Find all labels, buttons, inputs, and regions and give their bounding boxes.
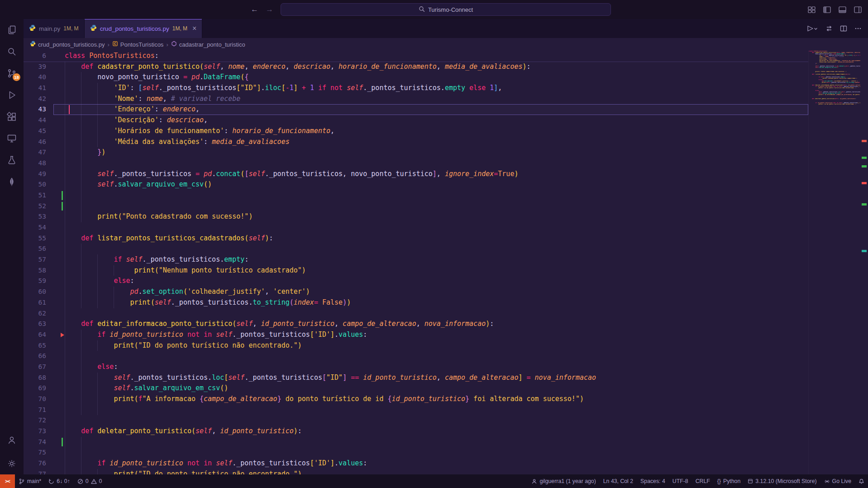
nav-back-icon[interactable]: ←: [251, 5, 258, 14]
overview-mark: [862, 182, 867, 184]
code-line[interactable]: 76 if id_ponto_turistico not in self._po…: [24, 458, 808, 469]
code-line[interactable]: 67 else:: [24, 362, 808, 373]
mongodb-icon[interactable]: [0, 171, 24, 193]
nav-forward-icon[interactable]: →: [266, 5, 273, 14]
title-bar: ← → Turismo-Connect: [0, 0, 868, 19]
explorer-icon[interactable]: [0, 19, 24, 41]
customize-layout-icon[interactable]: [808, 6, 816, 13]
code-line[interactable]: 73 def deletar_ponto_turistico(self, id_…: [24, 426, 808, 437]
search-icon: [419, 6, 425, 14]
remote-indicator[interactable]: ><: [0, 474, 15, 488]
tab-close-icon[interactable]: ×: [192, 25, 196, 32]
source-control-icon[interactable]: 18: [0, 62, 24, 84]
breadcrumb-file[interactable]: crud_pontos_turisticos.py: [30, 41, 105, 48]
code-line[interactable]: 69 self.salvar_arquivo_em_csv(): [24, 383, 808, 394]
overview-ruler[interactable]: [860, 51, 868, 474]
breadcrumb-class[interactable]: PontosTuristicos: [112, 41, 164, 48]
tab-label: crud_pontos_turisticos.py: [100, 25, 169, 32]
blame-item[interactable]: gilguerra1 (1 year ago): [528, 474, 599, 488]
go-live-item[interactable]: Go Live: [820, 474, 855, 488]
code-line[interactable]: 53 print("Ponto cadastrado com sucesso!"…: [24, 211, 808, 222]
python-interpreter-item[interactable]: 3.12.10 (Microsoft Store): [744, 474, 820, 488]
testing-icon[interactable]: [0, 149, 24, 171]
code-line[interactable]: 50 self.salvar_arquivo_em_csv(): [24, 179, 808, 190]
tab-main-py[interactable]: main.py 1M, M: [24, 19, 85, 38]
cursor-position-item[interactable]: Ln 43, Col 2: [600, 474, 637, 488]
breadcrumb-separator: ›: [107, 41, 109, 48]
code-line[interactable]: 49 self._pontos_turisticos = pd.concat([…: [24, 169, 808, 180]
code-line[interactable]: 41 'ID': [self._pontos_turisticos["ID"].…: [24, 83, 808, 94]
indentation-item[interactable]: Spaces: 4: [637, 474, 669, 488]
code-line[interactable]: 64 if id_ponto_turistico not in self._po…: [24, 330, 808, 340]
code-line[interactable]: 60 pd.set_option('colheader_justify', 'c…: [24, 287, 808, 297]
git-sync-item[interactable]: 6↓ 0↑: [45, 474, 73, 488]
git-branch-item[interactable]: main*: [15, 474, 45, 488]
code-line[interactable]: 44 'Descrição': descricao,: [24, 115, 808, 126]
code-line[interactable]: 70 print(f"A informacao {campo_de_altera…: [24, 394, 808, 405]
code-line[interactable]: 55 def listar_pontos_turisticos_cadastra…: [24, 233, 808, 244]
code-line[interactable]: 52: [24, 201, 808, 212]
code-line[interactable]: 65 print("ID do ponto turístico não enco…: [24, 340, 808, 351]
code-line[interactable]: 48: [24, 158, 808, 169]
tab-bar: main.py 1M, M crud_pontos_turisticos.py …: [24, 19, 868, 38]
run-python-file-button[interactable]: [806, 25, 818, 32]
account-icon[interactable]: [0, 429, 24, 451]
split-editor-icon[interactable]: [840, 25, 847, 32]
tab-crud-pontos-turisticos-py[interactable]: crud_pontos_turisticos.py 1M, M ×: [85, 19, 203, 38]
toggle-secondary-sidebar-icon[interactable]: [854, 6, 862, 13]
code-line[interactable]: 6class PontosTuristicos:: [24, 51, 808, 62]
code-line[interactable]: 57 if self._pontos_turisticos.empty:: [24, 254, 808, 265]
breadcrumb-method[interactable]: cadastrar_ponto_turistico: [171, 41, 245, 48]
code-line[interactable]: 68 self._pontos_turisticos.loc[self._pon…: [24, 373, 808, 383]
code-line[interactable]: 71: [24, 405, 808, 416]
problems-item[interactable]: 0 0: [74, 474, 106, 488]
symbol-class-icon: [112, 41, 118, 48]
code-line[interactable]: 72: [24, 415, 808, 426]
interpreter-icon: [748, 478, 753, 484]
code-line[interactable]: 77 print("ID do ponto turístico não enco…: [24, 469, 808, 474]
breadcrumb: crud_pontos_turisticos.py › PontosTurist…: [24, 38, 868, 51]
tab-git-decoration: 1M, M: [63, 25, 78, 32]
code-line[interactable]: 51: [24, 190, 808, 201]
toggle-primary-sidebar-icon[interactable]: [823, 6, 831, 13]
toggle-panel-icon[interactable]: [839, 6, 846, 13]
symbol-method-icon: [171, 41, 177, 48]
command-center-search[interactable]: Turismo-Connect: [281, 3, 611, 16]
eol-item[interactable]: CRLF: [692, 474, 714, 488]
person-icon: [531, 478, 537, 484]
code-line[interactable]: 47 }): [24, 147, 808, 158]
extensions-icon[interactable]: [0, 106, 24, 128]
braces-icon: {}: [717, 478, 721, 484]
notifications-bell-icon[interactable]: [855, 474, 868, 488]
more-actions-icon[interactable]: [854, 25, 862, 32]
code-line[interactable]: 42 'Nome': nome, # varivael recebe: [24, 94, 808, 105]
code-line[interactable]: 40 novo_ponto_turistico = pd.DataFrame({: [24, 72, 808, 83]
settings-gear-icon[interactable]: [0, 453, 24, 474]
language-mode-item[interactable]: {} Python: [714, 474, 744, 488]
minimap[interactable]: class PontosTuristicos: def cadastrar_po…: [808, 51, 860, 474]
code-line[interactable]: 56: [24, 244, 808, 254]
code-line[interactable]: 39 def cadastrar_ponto_turistico(self, n…: [24, 62, 808, 72]
code-line[interactable]: 46 'Média das avaliações': media_de_aval…: [24, 137, 808, 148]
code-line[interactable]: 59 else:: [24, 276, 808, 287]
run-debug-icon[interactable]: [0, 84, 24, 106]
breadcrumb-separator: ›: [166, 41, 168, 48]
code-line[interactable]: 54: [24, 222, 808, 233]
sync-icon: [48, 478, 54, 484]
code-line[interactable]: 45 'Horários de funcionamento': horario_…: [24, 126, 808, 137]
code-line[interactable]: 58 print("Nenhum ponto turístico cadastr…: [24, 265, 808, 276]
open-changes-icon[interactable]: [825, 25, 833, 32]
search-sidebar-icon[interactable]: [0, 41, 24, 62]
code-line[interactable]: 75: [24, 447, 808, 458]
overview-mark: [862, 250, 867, 252]
encoding-item[interactable]: UTF-8: [669, 474, 692, 488]
code-line[interactable]: 63 def editar_informacao_ponto_turistico…: [24, 319, 808, 330]
code-line[interactable]: 43 'Endereço': endereco,: [24, 104, 808, 115]
code-line[interactable]: 61 print(self._pontos_turisticos.to_stri…: [24, 297, 808, 308]
remote-explorer-icon[interactable]: [0, 128, 24, 149]
python-file-icon: [29, 24, 36, 33]
code-line[interactable]: 74: [24, 437, 808, 448]
code-line[interactable]: 66: [24, 351, 808, 362]
code-line[interactable]: 62: [24, 308, 808, 319]
code-lines[interactable]: 6class PontosTuristicos:39 def cadastrar…: [24, 51, 808, 474]
